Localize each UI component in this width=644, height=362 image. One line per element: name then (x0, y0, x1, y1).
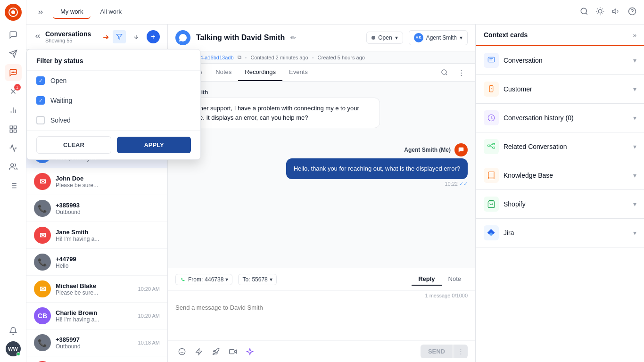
nav-icon-list[interactable] (5, 177, 22, 194)
online-indicator (17, 352, 20, 356)
lightning-icon[interactable] (192, 345, 206, 358)
context-section-history: Conversation history (0) ▾ (476, 104, 644, 132)
user-avatar[interactable]: WW (6, 341, 21, 356)
conversation-item-7[interactable]: CB Charlie Brown Hi! I'm having a... 10:… (26, 303, 167, 329)
nav-icon-chat-dots[interactable] (5, 64, 22, 81)
context-section-customer-header[interactable]: Customer ▾ (476, 75, 644, 103)
filter-clear-button[interactable]: CLEAR (36, 136, 111, 154)
sort-button[interactable] (130, 30, 143, 43)
tab-my-work[interactable]: My work (53, 5, 91, 19)
tab-events[interactable]: Events (282, 64, 314, 81)
nav-icon-graph[interactable] (5, 140, 22, 156)
context-section-shopify-header[interactable]: Shopify ▾ (476, 190, 644, 218)
chat-title: Talking with David Smith (196, 33, 285, 42)
jira-chevron-icon: ▾ (633, 229, 636, 237)
conv-name-4: Jane Smith (56, 229, 155, 236)
context-section-jira: Jira ▾ (476, 219, 644, 247)
svg-point-41 (179, 348, 185, 354)
avatar-phone-3: 📞 (34, 334, 51, 351)
add-conversation-button[interactable]: + (147, 30, 160, 43)
conversation-item-8[interactable]: 📞 +385997 Outbound 10:18 AM (26, 329, 167, 356)
tab-all-work[interactable]: All work (92, 5, 129, 19)
conversation-item-5[interactable]: 📞 +44799 Hello (26, 249, 167, 276)
svg-point-1 (11, 10, 15, 14)
send-button[interactable]: SEND (421, 345, 453, 358)
conversation-item-6[interactable]: ✉ Michael Blake Please be sure... 10:20 … (26, 276, 167, 303)
filter-solved-label: Solved (50, 116, 71, 124)
filter-button[interactable] (113, 30, 126, 43)
nav-icon-grid[interactable] (5, 121, 22, 138)
status-button[interactable]: Open ▾ (366, 32, 403, 44)
volume-icon[interactable] (612, 7, 620, 17)
collapse-conversations-button[interactable] (34, 33, 41, 41)
history-section-icon (484, 110, 499, 125)
tab-notes[interactable]: Notes (209, 64, 238, 81)
reply-toolbar: SEND ⋮ (168, 340, 475, 362)
filter-solved-checkbox[interactable] (36, 116, 45, 124)
status-dot-icon (372, 36, 375, 40)
send-dropdown-button[interactable]: ⋮ (454, 345, 468, 358)
shopify-chevron-icon: ▾ (633, 200, 636, 208)
context-section-related-header[interactable]: Related Conversation ▾ (476, 132, 644, 161)
app-logo[interactable] (5, 4, 22, 21)
help-icon[interactable] (628, 7, 636, 17)
tab-reply[interactable]: Reply (412, 273, 441, 286)
filter-option-open[interactable]: ✓ Open (27, 71, 200, 90)
svg-marker-37 (116, 34, 122, 40)
context-section-shopify: Shopify ▾ (476, 190, 644, 219)
chat-header: Talking with David Smith ✏ Open ▾ AS Age… (168, 25, 475, 51)
filter-option-solved[interactable]: Solved (27, 110, 200, 130)
filter-apply-button[interactable]: APPLY (117, 137, 191, 153)
message-1: David Smith customer support, I have a p… (175, 89, 468, 136)
conversation-item-2[interactable]: ✉ John Doe Please be sure... (26, 168, 167, 195)
sparkle-icon[interactable] (243, 345, 256, 358)
nav-icon-users[interactable] (5, 158, 22, 175)
context-section-jira-header[interactable]: Jira ▾ (476, 219, 644, 247)
search-icon[interactable] (580, 7, 588, 17)
svg-rect-14 (14, 130, 16, 132)
collapse-button[interactable] (34, 6, 47, 19)
nav-icon-bell[interactable] (5, 322, 22, 339)
customer-section-icon (484, 82, 499, 97)
msg-sender-name-1: David Smith (175, 89, 468, 96)
conversation-item-3[interactable]: 📞 +385993 Outbound (26, 195, 167, 222)
filter-waiting-checkbox[interactable]: ✓ (36, 96, 45, 105)
filter-option-waiting[interactable]: ✓ Waiting (27, 90, 200, 110)
context-section-kb-header[interactable]: Knowledge Base ▾ (476, 161, 644, 189)
context-cards-header: Context cards » (476, 25, 644, 46)
from-dropdown[interactable]: From: 446738 ▾ (175, 274, 232, 285)
filter-actions: CLEAR APPLY (27, 130, 200, 159)
emoji-icon[interactable] (175, 345, 189, 358)
chat-more-icon[interactable]: ⋮ (454, 66, 468, 79)
tab-note[interactable]: Note (442, 273, 468, 286)
conv-name-2: John Doe (56, 175, 155, 182)
nav-icon-analytics[interactable] (5, 102, 22, 119)
conv-name-6: Michael Blake (56, 282, 133, 289)
top-bar-icons (580, 7, 636, 17)
reply-textarea[interactable] (175, 304, 468, 337)
conv-preview-7: Hi! I'm having a... (56, 316, 133, 323)
context-expand-icon[interactable]: » (633, 32, 636, 39)
nav-icon-send[interactable] (5, 45, 22, 62)
conversation-item-9[interactable]: ✉ Jane Smith Hi! I'm having a... 10:21 A… (26, 356, 167, 362)
conversation-item-4[interactable]: ✉ Jane Smith Hi! I'm having a... (26, 222, 167, 249)
nav-icon-x[interactable]: 1 (5, 83, 22, 100)
tab-recordings[interactable]: Recordings (238, 64, 282, 81)
edit-title-icon[interactable]: ✏ (290, 34, 296, 41)
copy-icon[interactable]: ⧉ (238, 54, 241, 60)
video-icon[interactable] (226, 345, 239, 358)
jira-section-icon (484, 225, 499, 240)
brightness-icon[interactable] (596, 7, 604, 17)
chat-tabs: Replies Notes Recordings Events ⋮ (168, 64, 475, 82)
conv-time-6: 10:20 AM (138, 286, 160, 292)
to-dropdown[interactable]: To: 55678 ▾ (238, 274, 276, 285)
context-section-conversation-header[interactable]: Conversation ▾ (476, 46, 644, 74)
context-section-history-header[interactable]: Conversation history (0) ▾ (476, 104, 644, 132)
agent-button[interactable]: AS Agent Smith ▾ (409, 30, 468, 45)
chat-search-icon[interactable] (438, 66, 451, 79)
context-section-conversation: Conversation ▾ (476, 46, 644, 75)
nav-icon-conversations[interactable] (5, 26, 22, 43)
svg-line-58 (490, 146, 493, 148)
filter-open-checkbox[interactable]: ✓ (36, 76, 45, 85)
rocket-icon[interactable] (209, 345, 223, 358)
